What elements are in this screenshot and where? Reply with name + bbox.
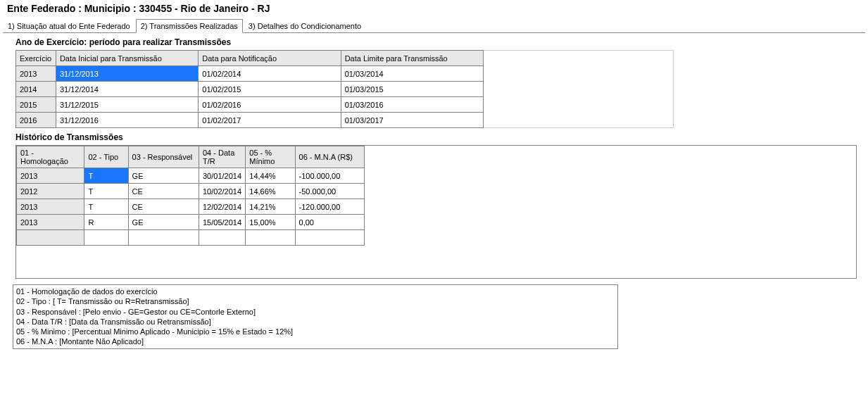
col-data-notificacao: Data para Notificação [199,51,341,66]
col-tipo: 02 - Tipo [84,146,128,168]
col-data-tr: 04 - Data T/R [199,146,246,168]
tab-situacao-atual[interactable]: 1) Situação atual do Ente Federado [3,19,135,32]
cell-pct-minimo [246,230,295,246]
cell-data-notificacao: 01/02/2014 [199,66,341,82]
legend-line: 01 - Homologação de dados do exercício [16,286,615,296]
cell-data-notificacao: 01/02/2015 [199,82,341,97]
cell-tipo: R [84,215,128,230]
cell-data-limite: 01/03/2017 [341,113,483,128]
table-row[interactable]: 2013 T GE 30/01/2014 14,44% -100.000,00 [17,168,365,184]
cell-mna: -120.000,00 [295,199,364,215]
cell-exercicio: 2016 [16,113,56,128]
cell-homologacao: 2012 [17,184,84,199]
cell-data-inicial: 31/12/2015 [56,97,198,113]
table-row[interactable]: 2014 31/12/2014 01/02/2015 01/03/2015 [16,82,484,97]
cell-pct-minimo: 15,00% [246,215,295,230]
cell-data-inicial: 31/12/2014 [56,82,198,97]
table-historico[interactable]: 01 - Homologação 02 - Tipo 03 - Responsá… [16,146,365,246]
cell-data-tr: 30/01/2014 [199,168,246,184]
table-historico-container: 01 - Homologação 02 - Tipo 03 - Responsá… [15,145,857,279]
cell-responsavel: GE [128,168,199,184]
table-row[interactable]: 2013 T CE 12/02/2014 14,21% -120.000,00 [17,199,365,215]
tab-transmissoes-realizadas[interactable]: 2) Transmissões Realizadas [136,19,243,33]
cell-homologacao: 2013 [17,215,84,230]
cell-data-inicial: 31/12/2016 [56,113,198,128]
table-header-row: Exercício Data Inicial para Transmissão … [16,51,484,66]
page-title: Ente Federado : Municipio : 330455 - Rio… [3,3,865,14]
cell-data-limite: 01/03/2016 [341,97,483,113]
cell-data-notificacao: 01/02/2017 [199,113,341,128]
table-row[interactable]: 2013 R GE 15/05/2014 15,00% 0,00 [17,215,365,230]
table-header-row: 01 - Homologação 02 - Tipo 03 - Responsá… [17,146,365,168]
cell-responsavel: CE [128,199,199,215]
cell-responsavel [128,230,199,246]
col-exercicio: Exercício [16,51,56,66]
legend-line: 03 - Responsável : [Pelo envio - GE=Gest… [16,307,615,317]
tab-detalhes-condicionamento[interactable]: 3) Detalhes do Condicionamento [244,19,366,32]
cell-exercicio: 2014 [16,82,56,97]
table-row[interactable] [17,230,365,246]
cell-responsavel: CE [128,184,199,199]
cell-homologacao [17,230,84,246]
legend-line: 04 - Data T/R : [Data da Transmissão ou … [16,317,615,327]
table-row[interactable]: 2015 31/12/2015 01/02/2016 01/03/2016 [16,97,484,113]
col-mna: 06 - M.N.A (R$) [295,146,364,168]
cell-pct-minimo: 14,44% [246,168,295,184]
cell-tipo: T [84,184,128,199]
cell-data-limite: 01/03/2015 [341,82,483,97]
cell-homologacao: 2013 [17,168,84,184]
col-data-limite: Data Limite para Transmissão [341,51,483,66]
section-title-historico: Histórico de Transmissões [15,132,865,142]
table-row[interactable]: 2013 31/12/2013 01/02/2014 01/03/2014 [16,66,484,82]
col-pct-minimo: 05 - % Mínimo [246,146,295,168]
cell-data-inicial: 31/12/2013 [56,66,198,82]
legend-line: 05 - % Minimo : [Percentual Minimo Aplic… [16,327,615,336]
col-homologacao: 01 - Homologação [17,146,84,168]
cell-homologacao: 2013 [17,199,84,215]
section-title-exercicio: Ano de Exercício: período para realizar … [15,37,865,47]
cell-pct-minimo: 14,21% [246,199,295,215]
blank-panel [484,50,674,128]
table-row[interactable]: 2016 31/12/2016 01/02/2017 01/03/2017 [16,113,484,128]
cell-pct-minimo: 14,66% [246,184,295,199]
cell-data-notificacao: 01/02/2016 [199,97,341,113]
cell-mna [295,230,364,246]
cell-data-limite: 01/03/2014 [341,66,483,82]
table-exercicio[interactable]: Exercício Data Inicial para Transmissão … [15,50,484,128]
cell-tipo: T [84,168,128,184]
table-row[interactable]: 2012 T CE 10/02/2014 14,66% -50.000,00 [17,184,365,199]
cell-data-tr: 12/02/2014 [199,199,246,215]
legend-line: 02 - Tipo : [ T= Transmissão ou R=Retran… [16,296,615,306]
cell-mna: -50.000,00 [295,184,364,199]
cell-exercicio: 2013 [16,66,56,82]
cell-exercicio: 2015 [16,97,56,113]
cell-responsavel: GE [128,215,199,230]
cell-mna: -100.000,00 [295,168,364,184]
col-data-inicial: Data Inicial para Transmissão [56,51,198,66]
col-responsavel: 03 - Responsável [128,146,199,168]
tabs: 1) Situação atual do Ente Federado 2) Tr… [3,18,865,33]
cell-tipo: T [84,199,128,215]
cell-mna: 0,00 [295,215,364,230]
legend-line: 06 - M.N.A : [Montante Não Aplicado] [16,336,615,346]
cell-data-tr [199,230,246,246]
cell-data-tr: 15/05/2014 [199,215,246,230]
legend-box: 01 - Homologação de dados do exercício 0… [13,284,618,349]
cell-tipo [84,230,128,246]
cell-data-tr: 10/02/2014 [199,184,246,199]
